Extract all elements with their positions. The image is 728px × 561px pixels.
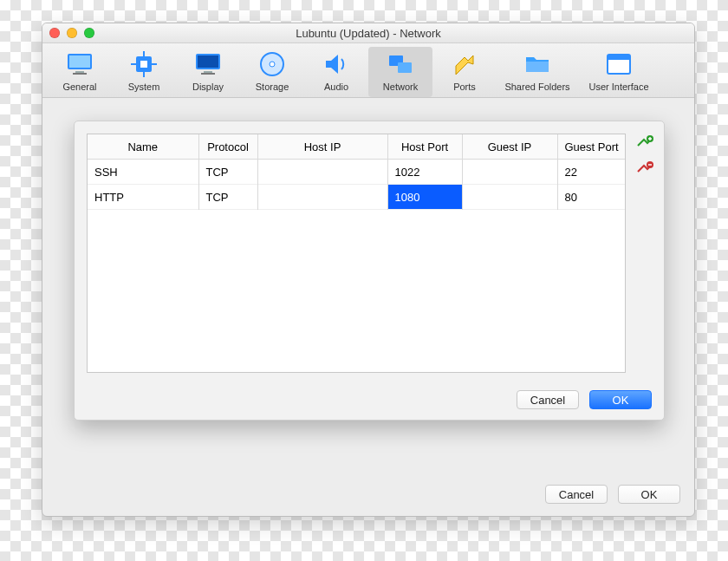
display-icon: [194, 50, 222, 78]
toolbar-item-audio[interactable]: Audio: [304, 47, 368, 97]
cell-host-ip[interactable]: [257, 160, 387, 185]
settings-window: Lubuntu (Updated) - Network General Syst…: [42, 23, 695, 517]
ports-icon: [451, 50, 478, 78]
toolbar-label: Shared Folders: [497, 82, 578, 92]
cell-name[interactable]: SSH: [88, 160, 198, 185]
col-host-ip[interactable]: Host IP: [257, 134, 387, 160]
svg-rect-3: [73, 73, 87, 75]
toolbar-item-shared-folders[interactable]: Shared Folders: [497, 47, 578, 97]
port-forwarding-table-container: Name Protocol Host IP Host Port Guest IP…: [87, 134, 626, 373]
svg-rect-20: [608, 55, 630, 60]
cell-protocol[interactable]: TCP: [198, 160, 257, 185]
toolbar-label: Audio: [304, 82, 368, 92]
col-guest-port[interactable]: Guest Port: [557, 134, 625, 160]
cell-host-port[interactable]: 1080: [387, 185, 462, 210]
add-rule-icon: [636, 135, 653, 149]
disk-icon: [258, 50, 286, 78]
toolbar-label: Network: [368, 82, 432, 92]
window-cancel-button[interactable]: Cancel: [545, 485, 608, 504]
cell-host-port[interactable]: 1022: [387, 160, 462, 185]
cell-protocol[interactable]: TCP: [198, 185, 257, 210]
toolbar-label: General: [48, 82, 112, 92]
folder-icon: [523, 50, 551, 78]
port-forwarding-sheet: Name Protocol Host IP Host Port Guest IP…: [74, 121, 665, 421]
traffic-lights: [49, 28, 94, 38]
sheet-ok-button[interactable]: OK: [589, 390, 652, 409]
sheet-cancel-button[interactable]: Cancel: [517, 390, 579, 409]
toolbar-item-general[interactable]: General: [48, 47, 112, 97]
toolbar-item-network[interactable]: Network: [368, 47, 432, 97]
svg-rect-18: [526, 62, 549, 72]
cell-host-ip[interactable]: [257, 185, 387, 210]
remove-rule-button[interactable]: [634, 160, 655, 177]
add-rule-button[interactable]: [634, 134, 655, 151]
remove-rule-icon: [636, 161, 653, 175]
settings-toolbar: General System Display Storage Audio: [42, 43, 694, 98]
cell-guest-port[interactable]: 80: [557, 185, 625, 210]
window-button-row: Cancel OK: [545, 485, 680, 504]
svg-rect-13: [201, 73, 215, 75]
col-protocol[interactable]: Protocol: [198, 134, 257, 160]
toolbar-label: User Interface: [578, 82, 660, 92]
col-host-port[interactable]: Host Port: [387, 134, 462, 160]
svg-rect-1: [69, 55, 90, 68]
toolbar-label: Display: [176, 82, 240, 92]
window-ok-button[interactable]: OK: [618, 485, 680, 504]
svg-rect-17: [398, 62, 412, 73]
toolbar-item-display[interactable]: Display: [176, 47, 240, 97]
network-icon: [387, 50, 414, 78]
toolbar-item-ports[interactable]: Ports: [432, 47, 497, 97]
speaker-icon: [322, 50, 350, 78]
toolbar-item-system[interactable]: System: [112, 47, 176, 97]
minimize-icon[interactable]: [67, 28, 77, 38]
ui-icon: [605, 50, 633, 78]
svg-point-15: [270, 62, 275, 67]
monitor-icon: [66, 50, 94, 78]
table-row[interactable]: HTTP TCP 1080 80: [88, 185, 625, 210]
toolbar-label: Storage: [240, 82, 304, 92]
settings-content: Name Protocol Host IP Host Port Guest IP…: [42, 101, 694, 471]
col-name[interactable]: Name: [88, 134, 198, 160]
svg-rect-12: [204, 71, 212, 73]
rule-side-buttons: [634, 134, 655, 177]
sheet-button-row: Cancel OK: [517, 390, 652, 409]
port-forwarding-table[interactable]: Name Protocol Host IP Host Port Guest IP…: [88, 134, 625, 210]
cell-guest-port[interactable]: 22: [557, 160, 625, 185]
cell-guest-ip[interactable]: [462, 160, 557, 185]
table-row[interactable]: SSH TCP 1022 22: [88, 160, 625, 185]
titlebar[interactable]: Lubuntu (Updated) - Network: [42, 23, 694, 43]
toolbar-label: Ports: [432, 82, 497, 92]
toolbar-item-user-interface[interactable]: User Interface: [578, 47, 660, 97]
svg-rect-11: [198, 55, 218, 68]
zoom-icon[interactable]: [84, 28, 94, 38]
table-header-row: Name Protocol Host IP Host Port Guest IP…: [88, 134, 625, 160]
toolbar-label: System: [112, 82, 176, 92]
close-icon[interactable]: [49, 28, 60, 38]
col-guest-ip[interactable]: Guest IP: [462, 134, 557, 160]
cell-guest-ip[interactable]: [462, 185, 557, 210]
toolbar-item-storage[interactable]: Storage: [240, 47, 304, 97]
cell-name[interactable]: HTTP: [88, 185, 198, 210]
svg-rect-5: [140, 61, 147, 68]
window-title: Lubuntu (Updated) - Network: [42, 27, 694, 40]
chip-icon: [130, 50, 158, 78]
svg-rect-2: [75, 71, 84, 73]
